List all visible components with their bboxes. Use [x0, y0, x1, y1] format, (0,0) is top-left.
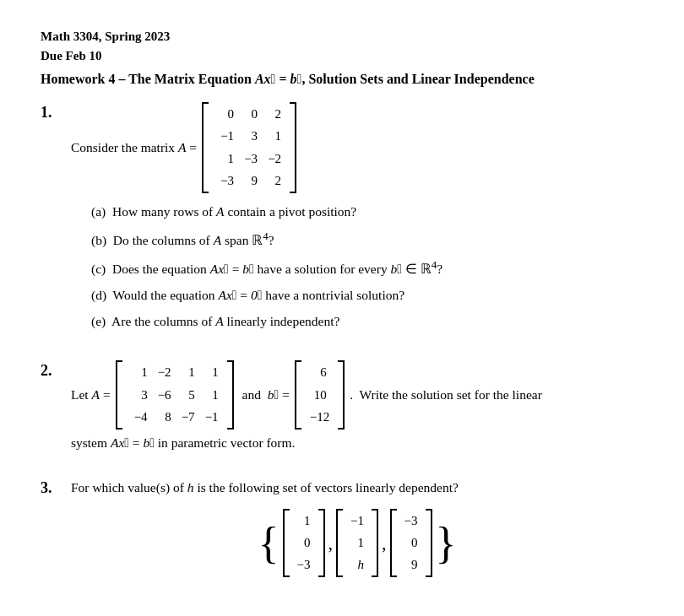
- matrix-cell: 9: [237, 170, 261, 192]
- matrix-cell: 10: [307, 385, 330, 406]
- matrix-cell: 1: [198, 362, 222, 383]
- matrix-cell: 9: [402, 554, 421, 575]
- part-b: (b) Do the columns of A span ℝ4?: [91, 228, 643, 251]
- matrix-cell: 1: [295, 511, 313, 532]
- problem3-vec3: −3 0 9: [390, 509, 432, 578]
- problem2-suffix2: system Ax⃗ = b⃗ in parametric vector for…: [71, 433, 643, 454]
- matrix-cell: −1: [214, 126, 237, 147]
- problem3-set: { 1 0 −3 ,: [71, 509, 643, 578]
- matrix-cell: −4: [128, 407, 151, 428]
- matrix-cell: 1: [128, 362, 151, 383]
- comma1: ,: [328, 532, 334, 554]
- matrix-cell: h: [348, 554, 366, 575]
- comma2: ,: [382, 532, 387, 554]
- problem1-matrix-row: Consider the matrix A = 0 0 2 −1: [71, 102, 643, 193]
- matrix-cell: −7: [175, 407, 198, 428]
- problem2-matrix-row: Let A = 1 −2 1 1 3: [71, 360, 643, 430]
- part-e: (e) Are the columns of A linearly indepe…: [91, 311, 643, 332]
- matrix-cell: 5: [175, 385, 198, 406]
- matrix-rows: 0 0 2 −1 3 1 1 −3: [210, 102, 288, 193]
- header-line1: Math 3304, Spring 2023: [41, 27, 643, 46]
- problem3-vec1: 1 0 −3: [283, 509, 325, 578]
- matrix-cell: 0: [402, 532, 421, 554]
- matrix-cell: 0: [295, 532, 313, 554]
- matrix-cell: −3: [214, 170, 237, 192]
- matrix-cell: 3: [237, 126, 261, 147]
- problem2-suffix: . Write the solution set for the linear: [350, 385, 542, 406]
- matrix-cell: 1: [198, 385, 222, 406]
- problem1-num: 1.: [41, 104, 71, 122]
- problem2-and: and b⃗ =: [239, 385, 290, 406]
- matrix-cell: −1: [348, 511, 366, 532]
- matrix-cell: −12: [307, 407, 333, 428]
- problem3-content: For which value(s) of h is the following…: [71, 478, 643, 578]
- problem3-text: For which value(s) of h is the following…: [71, 478, 643, 499]
- hw-title: Homework 4 – The Matrix Equation Ax⃗ = b…: [41, 72, 643, 87]
- matrix-cell: −3: [295, 554, 313, 575]
- matrix-cell: −2: [261, 149, 285, 170]
- matrix-cell: −2: [151, 362, 175, 383]
- matrix-cell: −3: [237, 149, 261, 170]
- matrix-cell: 1: [261, 126, 285, 147]
- part-d: (d) Would the equation Ax⃗ = 0⃗ have a n…: [91, 285, 643, 306]
- problem3-row: 3. For which value(s) of h is the follow…: [41, 478, 643, 578]
- problem2-content: Let A = 1 −2 1 1 3: [71, 360, 643, 454]
- matrix-cell: 0: [237, 104, 261, 125]
- matrix-cell: 6: [307, 362, 330, 383]
- matrix-cell: 1: [214, 149, 237, 170]
- problem3-vec2: −1 1 h: [336, 509, 378, 578]
- matrix-cell: 2: [261, 104, 285, 125]
- open-curly: {: [258, 521, 280, 565]
- matrix-cell: 8: [151, 407, 175, 428]
- matrix-cell: 1: [348, 532, 366, 554]
- problem2-intro: Let A =: [71, 385, 111, 406]
- matrix-cell: 2: [261, 170, 285, 192]
- matrix-cell: −1: [198, 407, 222, 428]
- problem1-parts: (a) How many rows of A contain a pivot p…: [71, 202, 643, 332]
- problem1-row: 1. Consider the matrix A = 0 0 2: [41, 102, 643, 337]
- part-c: (c) Does the equation Ax⃗ = b⃗ have a so…: [91, 257, 643, 280]
- header-line2: Due Feb 10: [41, 46, 643, 66]
- problem1-intro: Consider the matrix A =: [71, 138, 197, 159]
- problem2-row: 2. Let A = 1 −2 1 1: [41, 360, 643, 454]
- part-a: (a) How many rows of A contain a pivot p…: [91, 202, 643, 223]
- problem3-num: 3.: [41, 479, 71, 497]
- matrix-cell: 3: [128, 385, 151, 406]
- problem2-vec-b: 6 10 −12: [295, 360, 345, 430]
- matrix-cell: 1: [175, 362, 198, 383]
- matrix-cell: 0: [214, 104, 237, 125]
- matrix-cell: −6: [151, 385, 175, 406]
- problem2-matrix-A: 1 −2 1 1 3 −6 5 1: [116, 360, 234, 430]
- matrix-cell: −3: [402, 511, 421, 532]
- close-curly: }: [436, 521, 457, 565]
- problem1-matrix-A: 0 0 2 −1 3 1 1 −3: [202, 102, 296, 193]
- problem2-num: 2.: [41, 362, 71, 380]
- problem1-content: Consider the matrix A = 0 0 2 −1: [71, 102, 643, 337]
